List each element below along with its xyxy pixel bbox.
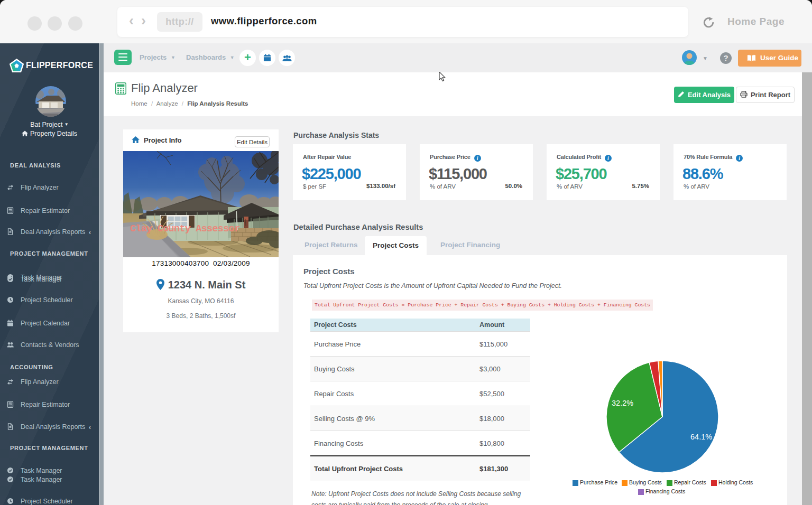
svg-text:64.1%: 64.1% [690,433,712,441]
svg-text:Clay County Assessor: Clay County Assessor [130,223,240,235]
svg-text:32.2%: 32.2% [612,399,633,407]
